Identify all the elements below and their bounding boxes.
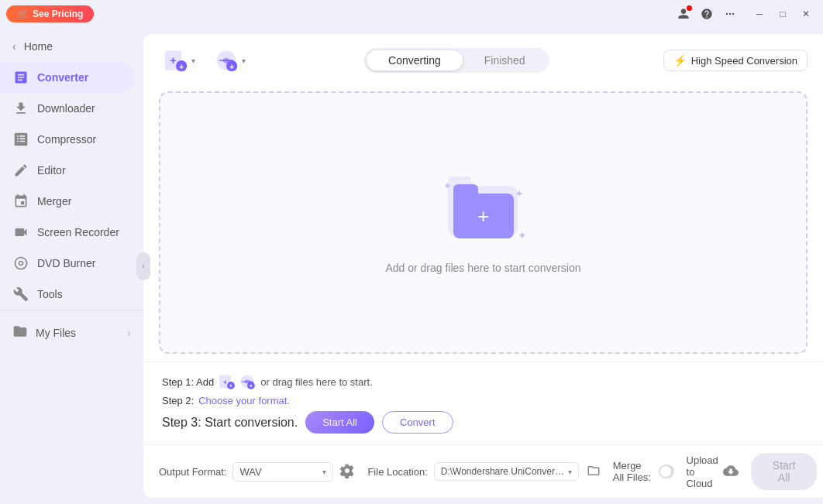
step-add-file-icon: + + [219,373,236,390]
dvd-burner-icon [12,255,29,272]
home-label: Home [24,40,53,53]
chevron-left-icon: ‹ [12,40,16,53]
output-format-select[interactable]: WAV ▾ [232,462,333,482]
screen-recorder-label: Screen Recorder [37,226,119,238]
tab-converting[interactable]: Converting [367,50,463,70]
step-1-icons: + + + [219,373,256,390]
file-location-input[interactable]: D:\Wondershare UniConverter ▾ [434,462,579,481]
see-pricing-button[interactable]: 🛒 See Pricing [6,5,94,22]
step-2-row: Step 2: Choose your format. [162,395,804,406]
sidebar-item-downloader[interactable]: Downloader [0,93,134,124]
sidebar-collapse-button[interactable]: ‹ [136,252,150,280]
window-controls: ─ □ ✕ [749,5,817,22]
maximize-button[interactable]: □ [772,5,794,22]
see-pricing-label: See Pricing [33,9,83,19]
merge-all-toggle[interactable] [659,465,674,478]
svg-point-2 [732,13,734,15]
add-url-chevron: ▾ [242,57,246,65]
my-files-label: My Files [36,327,76,339]
sidebar-item-dvd-burner[interactable]: DVD Burner [0,248,134,279]
cart-icon: 🛒 [17,9,29,19]
output-format-field: Output Format: WAV ▾ [159,462,355,482]
bottom-bar: Output Format: WAV ▾ File Location: D:\W… [143,444,823,498]
support-icon[interactable] [696,3,718,25]
convert-button[interactable]: Convert [382,411,453,434]
minimize-button[interactable]: ─ [749,5,770,22]
toolbar: + + ▾ + ▾ Converting F [143,34,823,84]
close-button[interactable]: ✕ [795,5,817,22]
sidebar-item-converter[interactable]: Converter [0,62,134,93]
add-file-button[interactable]: + + ▾ [159,45,200,76]
upload-cloud-field: Upload to Cloud [687,454,739,489]
tools-icon [12,286,29,303]
upload-cloud-label: Upload to Cloud [687,454,718,489]
step-1-row: Step 1: Add + + + [162,373,804,390]
downloader-label: Downloader [37,102,95,115]
file-location-field: File Location: D:\Wondershare UniConvert… [367,462,600,481]
sidebar-wrapper: ‹ Home Converter Downloader [0,28,143,504]
merger-label: Merger [37,195,71,207]
format-settings-icon[interactable] [339,463,355,481]
folder-icon-container: ✦ ✦ ✦ + [437,172,530,249]
my-files-arrow: › [127,326,131,340]
lightning-icon: ⚡ [673,54,687,67]
drop-zone[interactable]: ✦ ✦ ✦ + Add or drag files here to start … [159,91,808,354]
svg-text:+: + [229,62,234,71]
folder-main: + [453,194,514,238]
downloader-icon [12,100,29,117]
high-speed-button[interactable]: ⚡ High Speed Conversion [663,50,808,71]
file-location-chevron: ▾ [568,468,572,476]
svg-text:+: + [250,382,253,389]
output-format-label: Output Format: [159,466,226,478]
merge-all-label: Merge All Files: [613,460,653,483]
editor-label: Editor [37,164,66,177]
compressor-label: Compressor [37,133,96,146]
step-2-link[interactable]: Choose your format. [198,395,290,406]
file-location-value: D:\Wondershare UniConverter [441,466,565,477]
add-file-icon: + + [164,48,188,73]
sidebar-item-screen-recorder[interactable]: Screen Recorder [0,217,134,248]
sparkle-3: ✦ [518,229,527,242]
sidebar-item-tools[interactable]: Tools [0,279,134,310]
converter-icon [12,69,29,86]
sidebar-item-compressor[interactable]: Compressor [0,124,134,155]
svg-text:+: + [179,62,184,71]
sidebar-item-editor[interactable]: Editor [0,155,134,186]
main-content: + + ▾ + ▾ Converting F [143,34,823,498]
app-body: ‹ Home Converter Downloader [0,28,823,504]
file-location-label: File Location: [367,466,427,478]
sidebar-item-my-files[interactable]: My Files › [0,317,143,348]
screen-recorder-icon [12,224,29,241]
menu-icon[interactable] [719,3,741,25]
svg-point-0 [726,13,728,15]
step-3-label: Step 3: Start conversion. [162,416,298,430]
steps-section: Step 1: Add + + + [143,362,823,444]
add-url-button[interactable]: + ▾ [209,45,250,76]
compressor-icon [12,131,29,148]
folder-open-icon[interactable] [587,464,601,480]
high-speed-label: High Speed Conversion [691,55,797,67]
drop-zone-text: Add or drag files here to start conversi… [385,262,580,274]
step-3-row: Step 3: Start conversion. Start All Conv… [162,411,804,434]
title-bar: 🛒 See Pricing ─ □ ✕ [0,0,823,28]
step-1-label: Step 1: Add [162,376,214,388]
start-all-right-button[interactable]: Start All [751,453,818,490]
tab-finished[interactable]: Finished [463,50,547,70]
merger-icon [12,193,29,210]
step-1-text: or drag files here to start. [260,376,373,388]
sidebar: ‹ Home Converter Downloader [0,28,143,362]
dvd-burner-label: DVD Burner [37,257,95,269]
add-file-chevron: ▾ [191,57,195,65]
tab-toggle: Converting Finished [364,48,549,73]
output-format-chevron: ▾ [322,468,326,476]
my-files-icon [12,324,28,341]
svg-text:+: + [170,54,176,67]
svg-point-1 [729,13,731,15]
tools-label: Tools [37,288,63,300]
sidebar-item-merger[interactable]: Merger [0,186,134,217]
sidebar-item-home[interactable]: ‹ Home [0,36,143,62]
svg-text:+: + [223,379,227,386]
profile-icon[interactable] [673,3,694,25]
start-all-button[interactable]: Start All [305,411,374,434]
cloud-icon[interactable] [723,463,739,481]
